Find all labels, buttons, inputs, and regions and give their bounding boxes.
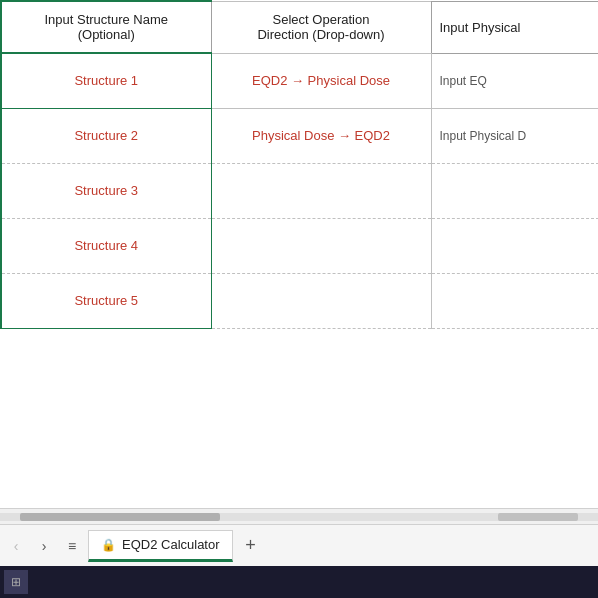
tab-bar: ‹ › ≡ 🔒 EQD2 Calculator + — [0, 524, 598, 566]
operation-cell-2[interactable]: Physical Dose → EQD2 — [211, 108, 431, 163]
structure-cell-1[interactable]: Structure 1 — [1, 53, 211, 108]
operation-cell-3[interactable] — [211, 163, 431, 218]
operation-text-2: Physical Dose → EQD2 — [252, 128, 390, 143]
taskbar: ⊞ — [0, 566, 598, 598]
data-table: Input Structure Name(Optional) Select Op… — [0, 0, 598, 329]
tab-eqd2-calculator[interactable]: 🔒 EQD2 Calculator — [88, 530, 233, 562]
table-row: Structure 1 EQD2 → Physical Dose Input E… — [1, 53, 598, 108]
plus-icon: + — [245, 535, 256, 556]
input-cell-2[interactable]: Input Physical D — [431, 108, 598, 163]
chevron-left-icon: ‹ — [14, 538, 19, 554]
tab-prev-button[interactable]: ‹ — [4, 534, 28, 558]
scrollbar-track — [0, 513, 598, 521]
app-icon: ⊞ — [11, 575, 21, 589]
operation-text-1: EQD2 → Physical Dose — [252, 73, 390, 88]
chevron-right-icon: › — [42, 538, 47, 554]
header-col2: Select OperationDirection (Drop-down) — [211, 1, 431, 53]
table-row: Structure 4 — [1, 218, 598, 273]
taskbar-app-icon[interactable]: ⊞ — [4, 570, 28, 594]
table-row: Structure 3 — [1, 163, 598, 218]
header-col1: Input Structure Name(Optional) — [1, 1, 211, 53]
scrollbar-thumb-right[interactable] — [498, 513, 578, 521]
main-container: Input Structure Name(Optional) Select Op… — [0, 0, 598, 598]
operation-cell-1[interactable]: EQD2 → Physical Dose — [211, 53, 431, 108]
header-col3: Input Physical — [431, 1, 598, 53]
tab-next-button[interactable]: › — [32, 534, 56, 558]
tab-menu-button[interactable]: ≡ — [60, 534, 84, 558]
table-row: Structure 2 Physical Dose → EQD2 Input P… — [1, 108, 598, 163]
structure-cell-4[interactable]: Structure 4 — [1, 218, 211, 273]
operation-cell-4[interactable] — [211, 218, 431, 273]
input-text-2: Input Physical D — [440, 129, 527, 143]
add-tab-button[interactable]: + — [237, 532, 265, 560]
tab-label: EQD2 Calculator — [122, 537, 220, 552]
input-cell-3[interactable] — [431, 163, 598, 218]
lock-icon: 🔒 — [101, 538, 116, 552]
horizontal-scrollbar[interactable] — [0, 508, 598, 524]
scrollbar-thumb-left[interactable] — [20, 513, 220, 521]
structure-cell-2[interactable]: Structure 2 — [1, 108, 211, 163]
input-text-1: Input EQ — [440, 74, 487, 88]
input-cell-1[interactable]: Input EQ — [431, 53, 598, 108]
input-cell-4[interactable] — [431, 218, 598, 273]
spreadsheet-area: Input Structure Name(Optional) Select Op… — [0, 0, 598, 508]
menu-icon: ≡ — [68, 538, 76, 554]
input-cell-5[interactable] — [431, 273, 598, 328]
structure-cell-5[interactable]: Structure 5 — [1, 273, 211, 328]
table-row: Structure 5 — [1, 273, 598, 328]
operation-cell-5[interactable] — [211, 273, 431, 328]
structure-cell-3[interactable]: Structure 3 — [1, 163, 211, 218]
